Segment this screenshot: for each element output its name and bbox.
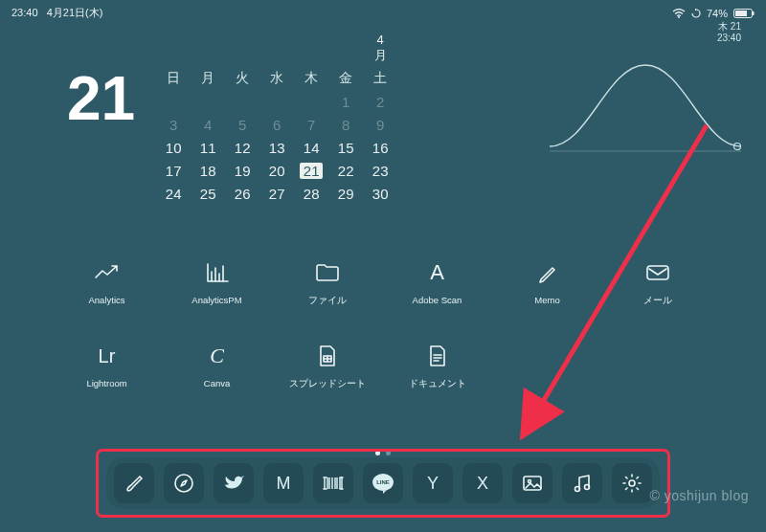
- calendar-day: 5: [229, 114, 256, 135]
- calendar-day: 7: [298, 114, 325, 135]
- calendar-day: 2: [367, 91, 394, 112]
- svg-point-0: [678, 16, 680, 18]
- app-docs[interactable]: ドキュメント: [382, 344, 492, 390]
- doc-icon: [428, 344, 447, 368]
- app-memo[interactable]: Memo: [492, 260, 602, 307]
- calendar-day: 26: [229, 183, 256, 204]
- dock-safari[interactable]: [164, 463, 204, 503]
- calendar-day: 17: [160, 160, 187, 181]
- dock-yahoo[interactable]: Y: [413, 463, 453, 503]
- brush-icon: [124, 473, 145, 494]
- app-mail[interactable]: メール: [602, 260, 712, 307]
- calendar-day: 4: [194, 114, 221, 135]
- calendar-widget[interactable]: 21 4月日月火水木金土1234567891011121314151617181…: [67, 29, 401, 206]
- weekday-header: 日: [160, 68, 187, 89]
- clock-widget[interactable]: 木 21 23:40: [717, 21, 741, 44]
- dock-barcode[interactable]: [313, 463, 353, 503]
- app-row-1: AnalyticsAnalyticsPMファイルAAdobe ScanMemoメ…: [52, 260, 714, 307]
- calendar-day: 20: [263, 160, 290, 181]
- status-left: 23:40 4月21日(木): [11, 6, 102, 20]
- dock-photos[interactable]: [512, 463, 552, 503]
- app-label: Lightroom: [86, 378, 126, 388]
- battery-percent: 74%: [707, 8, 728, 19]
- calendar-day: 3: [160, 114, 187, 135]
- compass-icon: [173, 473, 194, 494]
- calendar-day: [298, 91, 325, 112]
- dock-line[interactable]: LINE: [363, 463, 403, 503]
- app-label: Analytics: [88, 295, 124, 305]
- home-apps: AnalyticsAnalyticsPMファイルAAdobe ScanMemoメ…: [0, 260, 766, 427]
- calendar-day: 12: [229, 137, 256, 158]
- letter-a-icon: A: [430, 260, 444, 285]
- calendar-day: 8: [332, 114, 359, 135]
- battery-icon: [733, 9, 755, 18]
- svg-point-15: [585, 485, 590, 490]
- svg-point-13: [529, 480, 531, 483]
- dock-annotation-box: MLINEYX: [99, 452, 667, 515]
- app-files[interactable]: ファイル: [272, 260, 382, 307]
- calendar-day: 30: [367, 183, 394, 204]
- dock-x[interactable]: X: [462, 463, 503, 503]
- app-label: AnalyticsPM: [192, 295, 241, 305]
- barcode-icon: [323, 476, 344, 491]
- app-label: メール: [643, 295, 672, 307]
- c-script-icon: C: [210, 344, 224, 368]
- calendar-day: 24: [160, 183, 187, 204]
- envelope-icon: [645, 260, 670, 285]
- calendar-day: 21: [298, 160, 325, 181]
- calendar-day: 16: [367, 137, 394, 158]
- weekday-header: 火: [229, 68, 256, 89]
- app-label: Canva: [204, 378, 230, 388]
- dock-twitter[interactable]: [214, 463, 254, 503]
- image-icon: [522, 475, 543, 492]
- calendar-day: 28: [298, 183, 325, 204]
- dock-music[interactable]: [562, 463, 602, 503]
- dock: MLINEYX: [106, 457, 660, 509]
- svg-rect-2: [735, 11, 747, 16]
- app-canva[interactable]: CCanva: [162, 344, 272, 390]
- app-adobescan[interactable]: AAdobe Scan: [382, 260, 492, 307]
- calendar-day: 19: [229, 160, 256, 181]
- dock-gmail[interactable]: M: [263, 463, 304, 503]
- weekday-header: 木: [298, 68, 325, 89]
- dock-settings[interactable]: [612, 463, 652, 503]
- sheet-icon: [318, 344, 337, 368]
- calendar-day: 27: [263, 183, 290, 204]
- app-analytics[interactable]: Analytics: [52, 260, 162, 307]
- app-label: Memo: [534, 295, 559, 305]
- status-right: 74%: [672, 6, 755, 20]
- clock-date: 木 21: [717, 21, 741, 33]
- app-analyticspm[interactable]: AnalyticsPM: [162, 260, 272, 307]
- svg-point-14: [575, 487, 580, 492]
- calendar-day: 22: [332, 160, 359, 181]
- gear-icon: [621, 473, 642, 494]
- weekday-header: 水: [263, 68, 290, 89]
- lr-text-icon: Lr: [99, 344, 116, 368]
- music-icon: [573, 473, 592, 494]
- calendar-day: 9: [367, 114, 394, 135]
- calendar-big-day: 21: [67, 29, 152, 134]
- curve-widget[interactable]: [550, 55, 741, 161]
- app-lightroom[interactable]: LrLightroom: [52, 344, 162, 390]
- dock-brush[interactable]: [114, 463, 154, 503]
- clock-time: 23:40: [717, 33, 741, 44]
- app-row-2: LrLightroomCCanvaスプレッドシートドキュメント: [52, 344, 714, 390]
- pencil-icon: [537, 260, 558, 285]
- bar-chart-icon: [205, 260, 230, 285]
- calendar-day: 18: [194, 160, 221, 181]
- status-time: 23:40: [11, 7, 38, 18]
- calendar-day: [160, 91, 187, 112]
- app-sheets[interactable]: スプレッドシート: [272, 344, 382, 390]
- trend-up-icon: [94, 260, 121, 285]
- app-label: ドキュメント: [409, 378, 466, 390]
- svg-text:LINE: LINE: [376, 479, 390, 485]
- status-date: 4月21日(木): [47, 7, 103, 18]
- weekday-header: 土: [367, 68, 394, 89]
- svg-rect-3: [753, 11, 755, 15]
- app-label: ファイル: [308, 295, 347, 307]
- month-label: 4月: [367, 31, 394, 66]
- calendar-day: [194, 91, 221, 112]
- calendar-day: [229, 91, 256, 112]
- svg-point-16: [629, 480, 635, 486]
- watermark: © yoshijun blog: [650, 488, 749, 503]
